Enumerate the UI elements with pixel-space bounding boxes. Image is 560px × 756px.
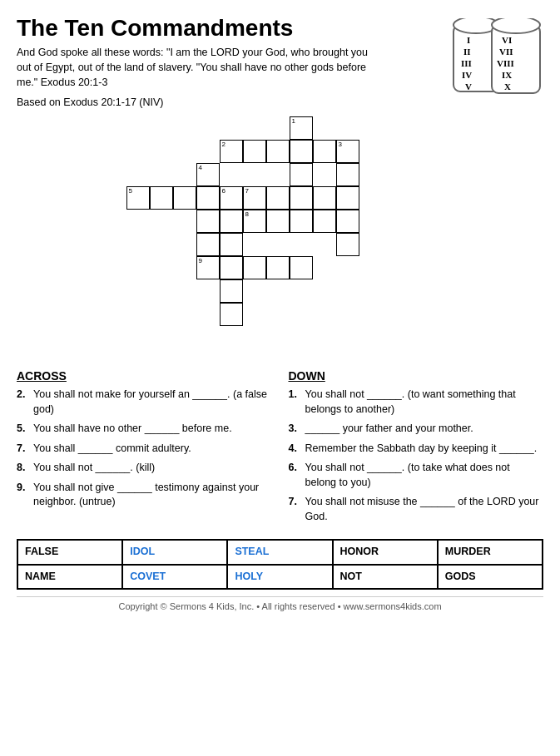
down-clues: DOWN 1. You shall not ______. (to want s… [289, 369, 544, 529]
clue-num-1: 1. [289, 388, 302, 417]
cell-1-1 [290, 140, 313, 163]
across-clue-7: 7. You shall ______ commit adultery. [17, 442, 272, 457]
cell-extra-1 [220, 303, 243, 326]
cell-5-2 [173, 186, 196, 210]
clue-num-2: 2. [17, 388, 30, 417]
clue-text-7d: You shall not misuse the ______ of the L… [305, 495, 544, 524]
svg-text:III: III [461, 58, 472, 68]
stone-tablets-icon: I II III IV V VI VII VIII IX X [452, 18, 543, 108]
clue-text-9: You shall not give ______ testimony agai… [33, 481, 272, 510]
cell-3-4 [336, 233, 359, 256]
cell-3-3 [336, 210, 359, 233]
word-NOT: NOT [333, 565, 438, 590]
cell-9-3 [266, 256, 290, 279]
cell-5-0: 5 [126, 186, 150, 210]
down-clue-6: 6. You shall not ______. (to take what d… [289, 461, 544, 490]
cell-6-1 [220, 210, 243, 233]
svg-text:X: X [504, 82, 511, 91]
cell-6-2 [220, 233, 243, 256]
crossword-area: 1 2 3 4 5 6 [17, 116, 543, 358]
based-on-text: Based on Exodus 20:1-17 (NIV) [17, 96, 444, 108]
word-NAME: NAME [17, 565, 122, 590]
word-FALSE: FALSE [17, 540, 122, 565]
word-STEAL: STEAL [227, 540, 332, 565]
cell-9-1 [220, 256, 243, 279]
svg-text:IX: IX [502, 70, 512, 80]
cell-7-2 [290, 186, 313, 210]
cell-2-1 [243, 140, 266, 163]
cell-8-0: 8 [243, 210, 266, 233]
clue-num-7a: 7. [17, 442, 30, 457]
footer: Copyright © Sermons 4 Kids, Inc. • All r… [17, 596, 543, 611]
cell-5-1 [150, 186, 173, 210]
clue-num-5: 5. [17, 422, 30, 437]
clue-num-9: 9. [17, 481, 30, 510]
cell-4-2 [196, 210, 220, 233]
clue-text-7a: You shall ______ commit adultery. [33, 442, 191, 457]
cell-1-2 [290, 163, 313, 186]
across-clue-8: 8. You shall not ______. (kill) [17, 461, 272, 476]
cell-3-1 [336, 163, 359, 186]
cell-4-3 [196, 233, 220, 256]
cell-7-0: 7 [243, 186, 266, 210]
cell-8-3 [313, 210, 336, 233]
cell-8-1 [266, 210, 290, 233]
cell-2-0: 2 [220, 140, 243, 163]
clues-section: ACROSS 2. You shall not make for yoursel… [17, 369, 543, 529]
cell-4-0: 4 [196, 163, 220, 186]
down-heading: DOWN [289, 369, 544, 383]
svg-text:II: II [463, 47, 471, 57]
svg-text:I: I [467, 35, 470, 45]
svg-text:VIII: VIII [497, 58, 514, 68]
clue-num-7d: 7. [289, 495, 302, 524]
across-clue-2: 2. You shall not make for yourself an __… [17, 388, 272, 417]
clue-text-5: You shall have no other ______ before me… [33, 422, 232, 437]
cell-5-4: 6 [220, 186, 243, 210]
down-clue-7: 7. You shall not misuse the ______ of th… [289, 495, 544, 524]
intro-text: And God spoke all these words: "I am the… [17, 45, 374, 90]
cell-7-1 [266, 186, 290, 210]
cell-7-3 [313, 186, 336, 210]
clue-text-2: You shall not make for yourself an _____… [33, 388, 272, 417]
cell-8-2 [290, 210, 313, 233]
clue-text-4: Remember the Sabbath day by keeping it _… [305, 442, 538, 457]
svg-point-3 [492, 18, 540, 33]
page-title: The Ten Commandments [17, 15, 444, 42]
clue-text-1: You shall not ______. (to want something… [305, 388, 544, 417]
word-MURDER: MURDER [438, 540, 543, 565]
down-clue-4: 4. Remember the Sabbath day by keeping i… [289, 442, 544, 457]
cell-2-4 [313, 140, 336, 163]
cell-6-4 [220, 279, 243, 303]
crossword-grid: 1 2 3 4 5 6 [126, 116, 434, 358]
cell-7-4 [336, 186, 359, 210]
across-clue-5: 5. You shall have no other ______ before… [17, 422, 272, 437]
word-bank: FALSE IDOL STEAL HONOR MURDER NAME COVET… [17, 539, 543, 590]
across-heading: ACROSS [17, 369, 272, 383]
word-IDOL: IDOL [122, 540, 227, 565]
cell-9-2 [243, 256, 266, 279]
svg-text:IV: IV [462, 70, 472, 80]
cell-4-1 [196, 186, 220, 210]
word-HONOR: HONOR [333, 540, 438, 565]
across-clues: ACROSS 2. You shall not make for yoursel… [17, 369, 272, 529]
cell-1-0: 1 [290, 116, 313, 140]
cell-3-0: 3 [336, 140, 359, 163]
clue-num-6: 6. [289, 461, 302, 490]
cell-2-2 [266, 140, 290, 163]
clue-text-6: You shall not ______. (to take what does… [305, 461, 544, 490]
clue-text-8: You shall not ______. (kill) [33, 461, 155, 476]
down-clue-3: 3. ______ your father and your mother. [289, 422, 544, 437]
cell-9-4 [290, 256, 313, 279]
down-clue-1: 1. You shall not ______. (to want someth… [289, 388, 544, 417]
cell-9-0: 9 [196, 256, 220, 279]
across-clue-9: 9. You shall not give ______ testimony a… [17, 481, 272, 510]
svg-text:VI: VI [502, 35, 512, 45]
clue-num-4: 4. [289, 442, 302, 457]
clue-text-3: ______ your father and your mother. [305, 422, 473, 437]
svg-text:V: V [465, 82, 472, 91]
clue-num-3: 3. [289, 422, 302, 437]
svg-text:VII: VII [499, 47, 513, 57]
word-COVET: COVET [122, 565, 227, 590]
clue-num-8: 8. [17, 461, 30, 476]
word-GODS: GODS [438, 565, 543, 590]
